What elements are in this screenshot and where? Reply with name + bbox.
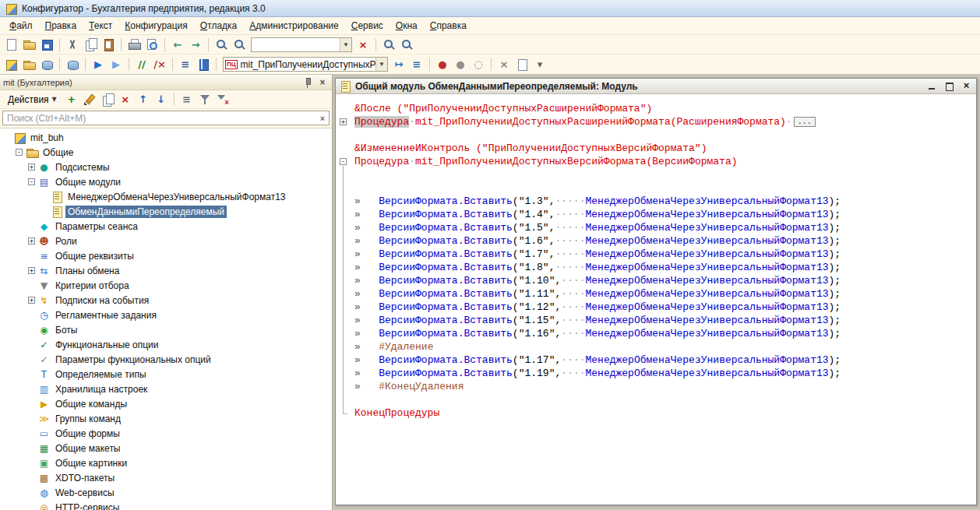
forward-icon[interactable]: → xyxy=(187,37,204,53)
menu-item-справка[interactable]: Справка xyxy=(424,18,473,33)
metadata-tree[interactable]: mit_buh-Общие+●Подсистемы-▤Общие модулиМ… xyxy=(0,128,332,510)
go-to-procedure-icon[interactable]: ↦ xyxy=(390,56,407,72)
minimize-icon[interactable] xyxy=(925,80,939,92)
tree-item[interactable]: -Общие xyxy=(0,145,332,160)
move-up-icon[interactable]: ↑ xyxy=(135,91,152,107)
editor-title-bar[interactable]: Общий модуль ОбменДаннымиПереопределяемы… xyxy=(336,79,976,94)
menu-item-администрирование[interactable]: Администрирование xyxy=(243,18,344,33)
pin-icon[interactable] xyxy=(301,76,314,88)
format-block-icon[interactable]: ≡ xyxy=(177,56,194,72)
delete-line-icon[interactable]: × xyxy=(495,56,513,72)
filter-settings-icon[interactable] xyxy=(214,91,231,107)
new-file-icon[interactable] xyxy=(2,37,19,53)
properties-icon[interactable] xyxy=(513,56,531,72)
breakpoint-icon[interactable]: ● xyxy=(434,56,451,72)
add-icon[interactable]: + xyxy=(63,91,80,107)
tree-item[interactable]: ▭Общие формы xyxy=(0,426,332,441)
copy-icon[interactable] xyxy=(82,37,99,53)
paste-icon[interactable] xyxy=(100,37,117,53)
print-icon[interactable] xyxy=(125,37,143,53)
db-configuration-icon[interactable] xyxy=(38,56,55,72)
menu-item-правка[interactable]: Правка xyxy=(39,18,83,33)
cut-icon[interactable] xyxy=(64,37,81,53)
tree-item[interactable]: ✓Параметры функциональных опций xyxy=(0,352,332,367)
start-debugging-icon[interactable]: ▶ xyxy=(90,56,107,72)
tree-item[interactable]: ▶Общие команды xyxy=(0,396,332,411)
collapsed-body-button[interactable]: ... xyxy=(794,117,816,127)
menu-item-текст[interactable]: Текст xyxy=(83,18,118,33)
search-input[interactable]: Поиск (Ctrl+Alt+M) × xyxy=(2,111,330,125)
find-combobox[interactable]: ▼ xyxy=(251,37,352,52)
tree-item[interactable]: ▩XDTO-пакеты xyxy=(0,470,332,485)
back-icon[interactable]: ← xyxy=(169,37,186,53)
open-configuration-icon[interactable] xyxy=(20,56,37,72)
syntax-check-icon[interactable] xyxy=(195,56,212,72)
tree-item[interactable]: ≫Группы команд xyxy=(0,411,332,426)
tree-item[interactable]: +●Подсистемы xyxy=(0,160,332,174)
tree-item[interactable]: ◍Web-сервисы xyxy=(0,485,332,500)
find-next-icon[interactable] xyxy=(380,37,397,53)
disable-breakpoints-icon[interactable]: ● xyxy=(452,56,469,72)
find-icon[interactable] xyxy=(213,37,230,53)
clear-breakpoints-icon[interactable]: ◌ xyxy=(470,56,487,72)
configuration-icon[interactable] xyxy=(2,56,19,72)
chevron-down-icon[interactable]: ▼ xyxy=(340,38,351,51)
menu-item-сервис[interactable]: Сервис xyxy=(345,18,390,33)
expand-icon[interactable]: + xyxy=(28,237,35,244)
maximize-icon[interactable] xyxy=(943,80,956,92)
tree-item[interactable]: ▦Общие макеты xyxy=(0,441,332,455)
menu-item-файл[interactable]: Файл xyxy=(3,18,39,33)
save-file-icon[interactable] xyxy=(38,37,55,53)
menu-item-отладка[interactable]: Отладка xyxy=(194,18,243,33)
collapse-icon[interactable]: - xyxy=(16,149,23,156)
tree-item[interactable]: ▣Общие картинки xyxy=(0,455,332,470)
find-previous-icon[interactable] xyxy=(398,37,415,53)
filter-icon[interactable] xyxy=(196,91,213,107)
update-db-configuration-icon[interactable] xyxy=(64,56,81,72)
tree-item[interactable]: +☻Роли xyxy=(0,234,332,248)
expand-icon[interactable]: + xyxy=(340,118,347,125)
tree-item[interactable]: ОбменДаннымиПереопределяемый xyxy=(0,204,332,219)
clear-search-icon[interactable]: × xyxy=(316,114,329,123)
procedures-list-icon[interactable]: ≡ xyxy=(408,56,425,72)
edit-icon[interactable] xyxy=(81,91,98,107)
more-buttons-icon[interactable]: ▾ xyxy=(531,56,548,72)
tree-item[interactable]: mit_buh xyxy=(0,130,332,145)
actions-button[interactable]: Действия ▼ xyxy=(2,92,62,107)
delete-item-icon[interactable]: × xyxy=(117,91,134,107)
tree-item[interactable]: ◆Параметры сеанса xyxy=(0,219,332,234)
menu-item-конфигурация[interactable]: Конфигурация xyxy=(118,18,194,33)
expand-icon[interactable]: + xyxy=(28,164,35,171)
tree-item[interactable]: +↯Подписки на события xyxy=(0,293,332,308)
menu-item-окна[interactable]: Окна xyxy=(390,18,424,33)
tree-item[interactable]: ТОпределяемые типы xyxy=(0,367,332,382)
open-file-icon[interactable] xyxy=(20,37,37,53)
tree-item[interactable]: ≡Общие реквизиты xyxy=(0,248,332,263)
procedure-combobox[interactable]: ПЦ mit_ПриПолученииДоступныхРа ▼ xyxy=(223,57,388,72)
tree-item[interactable]: +⇆Планы обмена xyxy=(0,263,332,278)
chevron-down-icon[interactable]: ▼ xyxy=(375,58,387,71)
collapse-icon[interactable]: - xyxy=(340,158,347,165)
close-icon[interactable] xyxy=(960,80,973,92)
tree-item[interactable]: ▥Хранилища настроек xyxy=(0,382,332,396)
sort-icon[interactable]: ≡ xyxy=(178,91,196,107)
panel-close-icon[interactable]: × xyxy=(316,76,329,88)
attach-debug-icon[interactable]: ▶ xyxy=(108,56,125,72)
print-preview-icon[interactable] xyxy=(143,37,160,53)
tree-item[interactable]: МенеджерОбменаЧерезУниверсальныйФормат13 xyxy=(0,189,332,204)
find-in-texts-icon[interactable] xyxy=(231,37,248,53)
tree-item[interactable]: ✓Функциональные опции xyxy=(0,337,332,352)
tree-item[interactable]: ◷Регламентные задания xyxy=(0,308,332,322)
tree-item[interactable]: ◎HTTP-сервисы xyxy=(0,500,332,510)
comment-icon[interactable]: // xyxy=(133,56,150,72)
tree-item[interactable]: ◉Боты xyxy=(0,322,332,337)
move-down-icon[interactable]: ↓ xyxy=(153,91,170,107)
tree-item[interactable]: ▼Критерии отбора xyxy=(0,278,332,293)
collapse-icon[interactable]: - xyxy=(28,178,35,185)
expand-icon[interactable]: + xyxy=(28,297,35,304)
clear-find-icon[interactable]: × xyxy=(354,37,372,53)
copy-item-icon[interactable] xyxy=(99,91,116,107)
expand-icon[interactable]: + xyxy=(28,267,35,274)
code-area[interactable]: &После ("ПриПолученииДоступныхРасширений… xyxy=(336,94,976,505)
tree-item[interactable]: -▤Общие модули xyxy=(0,174,332,189)
